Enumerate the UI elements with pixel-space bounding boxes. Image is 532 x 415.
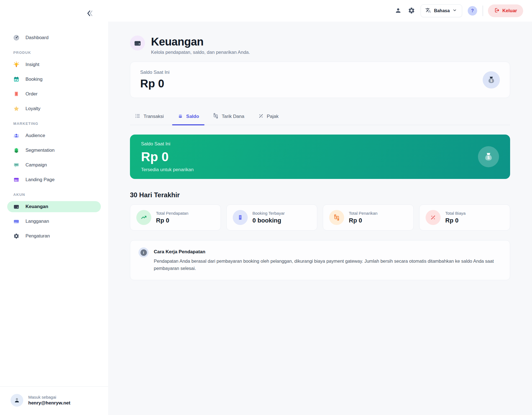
svg-text:$: $ (490, 79, 492, 82)
sidebar-item-label: Pengaturan (25, 233, 50, 239)
logout-button[interactable]: Keluar (488, 4, 523, 17)
income-info-box: i Cara Kerja Pendapatan Pendapatan Anda … (130, 240, 510, 280)
sidebar-item-label: Segmentation (25, 148, 55, 153)
sidebar-item-segmentation[interactable]: Segmentation (7, 145, 101, 156)
avatar (11, 394, 23, 407)
topbar: Bahasa ? Keluar (108, 0, 532, 22)
credit-card-icon (13, 218, 19, 224)
sidebar: Dashboard PRODUK Insight Booking Order (0, 0, 108, 415)
main-content: Keuangan Kelola pendapatan, saldo, dan p… (108, 22, 532, 415)
stat-card-total-pendapatan: Total Pendapatan Rp 0 (130, 204, 221, 231)
stat-label: Total Biaya (445, 211, 466, 216)
sidebar-item-loyalty[interactable]: Loyalty (7, 103, 101, 114)
landing-page-icon (13, 177, 19, 183)
gauge-icon (13, 35, 19, 41)
profile-button[interactable] (393, 6, 403, 16)
gear-icon (408, 7, 415, 15)
available-balance-note: Tersedia untuk penarikan (141, 167, 194, 173)
help-button[interactable]: ? (468, 6, 477, 16)
sidebar-item-keuangan[interactable]: Keuangan (7, 201, 101, 212)
sidebar-section-marketing: MARKETING (13, 122, 101, 126)
sidebar-item-langganan[interactable]: Langganan (7, 216, 101, 227)
sidebar-item-label: Campaign (25, 162, 47, 168)
stat-label: Total Pendapatan (156, 211, 188, 216)
available-balance-label: Saldo Saat Ini (141, 141, 194, 147)
sidebar-collapse-button[interactable] (85, 9, 95, 18)
banknote-transfer-icon (213, 113, 219, 120)
tab-label: Tarik Dana (222, 114, 244, 119)
available-balance-text: Saldo Saat Ini Rp 0 Tersedia untuk penar… (141, 141, 194, 173)
tab-transaksi[interactable]: Transaksi (134, 110, 164, 125)
receipt-icon (233, 210, 248, 225)
lightbulb-icon (13, 62, 19, 68)
tab-label: Saldo (186, 114, 199, 119)
stat-value: 0 booking (252, 217, 285, 224)
coins-icon (178, 113, 183, 120)
stat-card-total-penarikan: Total Penarikan Rp 0 (323, 204, 414, 231)
receipt-icon (13, 91, 19, 97)
sidebar-item-label: Loyalty (25, 106, 40, 112)
page-subtitle: Kelola pendapatan, saldo, dan penarikan … (151, 50, 250, 55)
sidebar-item-pengaturan[interactable]: Pengaturan (7, 231, 101, 242)
tab-pajak[interactable]: Pajak (258, 110, 279, 125)
info-title: Cara Kerja Pendapatan (154, 247, 500, 255)
tab-tarik-dana[interactable]: Tarik Dana (212, 110, 245, 125)
sidebar-item-audience[interactable]: Audience (7, 130, 101, 141)
percent-icon (426, 210, 441, 225)
logout-icon (494, 7, 500, 14)
user-email: henry@henryw.net (28, 400, 70, 406)
sidebar-item-label: Booking (25, 77, 42, 82)
logout-label: Keluar (502, 8, 517, 14)
info-icon: i (139, 247, 149, 257)
balance-value: Rp 0 (140, 77, 170, 90)
sidebar-section-akun: AKUN (13, 193, 101, 197)
trending-up-icon (136, 210, 151, 225)
sidebar-item-order[interactable]: Order (7, 88, 101, 100)
person-icon (395, 7, 401, 15)
stat-text: Booking Terbayar 0 booking (252, 211, 285, 224)
banknote-transfer-icon (329, 210, 344, 225)
sidebar-nav: Dashboard PRODUK Insight Booking Order (0, 0, 108, 245)
signed-in-user: Masuk sebagai henry@henryw.net (0, 386, 108, 415)
sidebar-item-label: Insight (25, 62, 39, 67)
stat-text: Total Pendapatan Rp 0 (156, 211, 188, 224)
page-title: Keuangan (151, 36, 250, 48)
stat-value: Rp 0 (156, 217, 188, 224)
stat-label: Booking Terbayar (252, 211, 285, 216)
tab-saldo[interactable]: Saldo (177, 110, 200, 125)
sidebar-item-booking[interactable]: Booking (7, 74, 101, 85)
sidebar-item-label: Landing Page (25, 177, 55, 183)
wallet-icon (13, 204, 19, 210)
sidebar-item-dashboard[interactable]: Dashboard (7, 32, 101, 43)
user-text: Masuk sebagai henry@henryw.net (28, 395, 70, 406)
star-icon (13, 106, 19, 112)
stat-card-total-biaya: Total Biaya Rp 0 (419, 204, 510, 231)
sidebar-item-label: Audience (25, 133, 45, 138)
double-chevron-left-icon (86, 10, 94, 18)
calendar-check-icon (13, 76, 19, 82)
info-text: Cara Kerja Pendapatan Pendapatan Anda be… (154, 247, 500, 272)
sidebar-item-campaign[interactable]: SMS Campaign (7, 160, 101, 171)
available-balance-card: Saldo Saat Ini Rp 0 Tersedia untuk penar… (130, 135, 510, 179)
svg-text:$: $ (487, 155, 490, 160)
stat-value: Rp 0 (445, 217, 466, 224)
chevron-down-icon (452, 8, 457, 14)
current-balance-card: Saldo Saat Ini Rp 0 $ (130, 62, 510, 98)
stat-text: Total Biaya Rp 0 (445, 211, 466, 224)
svg-text:SMS: SMS (15, 164, 18, 166)
balance-text: Saldo Saat Ini Rp 0 (140, 70, 170, 90)
sidebar-item-insight[interactable]: Insight (7, 59, 101, 70)
topbar-divider (483, 6, 483, 16)
sidebar-section-produk: PRODUK (13, 50, 101, 55)
period-heading: 30 Hari Terakhir (130, 191, 510, 199)
settings-button[interactable] (407, 6, 416, 16)
stat-text: Total Penarikan Rp 0 (349, 211, 377, 224)
balance-label: Saldo Saat Ini (140, 70, 170, 75)
translate-icon (425, 7, 431, 14)
sidebar-item-landing-page[interactable]: Landing Page (7, 174, 101, 185)
stat-label: Total Penarikan (349, 211, 377, 216)
info-body: Pendapatan Anda berasal dari pembayaran … (154, 257, 500, 272)
sidebar-item-label: Dashboard (25, 35, 48, 41)
language-selector[interactable]: Bahasa (421, 4, 462, 17)
finance-tabs: Transaksi Saldo Tarik Dana Pajak (130, 110, 510, 125)
